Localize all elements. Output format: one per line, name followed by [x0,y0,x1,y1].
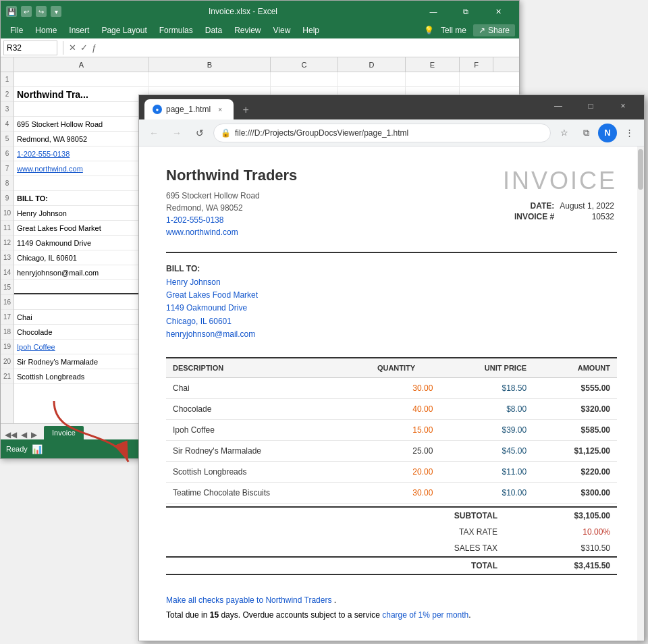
excel-titlebar: 💾 ↩ ↪ ▾ Invoice.xlsx - Excel — ⧉ ✕ [1,1,519,22]
scrollbar-thumb[interactable] [638,149,643,190]
share-button[interactable]: ↗ Share [473,24,515,36]
cell-a6[interactable]: 1-202-555-0138 [14,146,149,161]
save-icon[interactable]: 💾 [6,6,17,17]
insert-function-icon[interactable]: ƒ [92,43,97,53]
tab-nav-prev[interactable]: ◀ [20,430,28,439]
menu-view[interactable]: View [268,24,296,36]
cell-a5[interactable]: Redmond, WA 98052 [14,132,149,146]
menu-help[interactable]: Help [297,24,325,36]
bill-to-city: Chicago, IL 60601 [166,315,617,328]
cell-a3[interactable] [14,102,149,116]
col-header-c[interactable]: C [271,57,338,72]
browser-scrollbar[interactable] [637,146,644,641]
col-header-f[interactable]: F [460,57,493,72]
excel-close-btn[interactable]: ✕ [483,1,514,22]
browser-minimize-btn[interactable]: — [543,97,574,115]
col-header-e[interactable]: E [406,57,460,72]
menu-file[interactable]: File [5,24,28,36]
browser-close-btn[interactable]: × [608,97,639,115]
item-desc-0: Chai [166,377,353,398]
item-amount-5: $300.00 [533,482,617,503]
row-num-header-corner [1,57,14,72]
excel-titlebar-icons: 💾 ↩ ↪ ▾ [6,6,61,17]
row-12: 12 [1,236,14,250]
cell-a17[interactable]: Chai [14,310,149,324]
new-tab-btn[interactable]: + [236,101,255,119]
bill-to-street: 1149 Oakmound Drive [166,302,617,315]
name-box[interactable] [3,41,57,55]
cell-a2[interactable]: Northwind Tra... [14,87,149,101]
cell-a18[interactable]: Chocolade [14,325,149,339]
menu-formulas[interactable]: Formulas [154,24,198,36]
col-header-b[interactable]: B [149,57,271,72]
refresh-btn[interactable]: ↺ [190,124,209,142]
cancel-formula-icon[interactable]: ✕ [69,43,76,53]
excel-minimize-btn[interactable]: — [418,1,449,22]
menu-insert[interactable]: Insert [63,24,94,36]
company-phone[interactable]: 1-202-555-0138 [166,215,223,225]
tab-close-btn[interactable]: × [215,104,225,115]
browser-tab[interactable]: ● page_1.html × [144,99,234,119]
col-header-a[interactable]: A [14,57,149,72]
cell-a11[interactable]: Great Lakes Food Market [14,221,149,235]
item-desc-1: Chocolade [166,398,353,419]
item-amount-2: $585.00 [533,419,617,440]
browser-maximize-btn[interactable]: □ [575,97,606,115]
bookmark-btn[interactable]: ☆ [555,124,574,142]
menu-home[interactable]: Home [30,24,62,36]
redo-icon[interactable]: ↪ [36,6,47,17]
cell-a12[interactable]: 1149 Oakmound Drive [14,236,149,250]
back-btn[interactable]: ← [144,124,163,142]
address-bar[interactable]: 🔒 file:///D:/Projects/GroupDocsViewer/pa… [213,124,551,142]
forward-btn[interactable]: → [167,124,186,142]
cell-a14[interactable]: henryjohnson@mail.com [14,265,149,279]
invoice-meta: DATE: August 1, 2022 INVOICE # 10532 [503,200,617,222]
checks-note-link[interactable]: Make all checks payable to Northwind Tra… [166,595,331,605]
bill-to-name: Henry Johnson [166,276,617,289]
cell-a1[interactable] [14,72,149,86]
confirm-formula-icon[interactable]: ✓ [80,43,88,53]
cell-d1[interactable] [338,72,406,86]
company-website[interactable]: www.northwind.com [166,227,238,237]
menu-review[interactable]: Review [229,24,266,36]
cell-a7[interactable]: www.northwind.com [14,161,149,176]
cell-a13[interactable]: Chicago, IL 60601 [14,250,149,265]
more-icon[interactable]: ▾ [51,6,61,17]
cell-b1[interactable] [149,72,271,86]
excel-restore-btn[interactable]: ⧉ [450,1,481,22]
split-btn[interactable]: ⧉ [576,124,595,142]
bill-to-address: Henry Johnson Great Lakes Food Market 11… [166,276,617,341]
tab-nav-first[interactable]: ◀◀ [3,430,18,439]
cell-c1[interactable] [271,72,338,86]
total-value: $3,415.50 [504,557,617,574]
item-amount-4: $220.00 [533,461,617,482]
cell-a16[interactable] [14,295,149,309]
red-arrow [34,387,142,475]
th-description: DESCRIPTION [166,358,353,378]
cell-e1[interactable] [406,72,460,86]
item-amount-0: $555.00 [533,377,617,398]
undo-icon[interactable]: ↩ [21,6,32,17]
row-13: 13 [1,250,14,265]
invoice-title: INVOICE [503,167,617,195]
cell-a4[interactable]: 695 Stockert Hollow Road [14,117,149,131]
cell-a19[interactable]: Ipoh Coffee [14,340,149,354]
cell-a10[interactable]: Henry Johnson [14,206,149,220]
salestax-spacer [166,540,414,557]
row-6: 6 [1,146,14,161]
item-price-5: $10.00 [439,482,533,503]
cell-a15[interactable] [14,280,149,294]
menu-data[interactable]: Data [200,24,227,36]
charge-link[interactable]: charge of 1% per month [382,610,468,620]
cell-a9[interactable]: BILL TO: [14,191,149,205]
col-header-d[interactable]: D [338,57,406,72]
cell-a21[interactable]: Scottish Longbreads [14,369,149,383]
company-address: 695 Stockert Hollow Road Redmond, WA 980… [166,190,297,238]
user-avatar[interactable]: N [598,124,617,142]
menu-pagelayout[interactable]: Page Layout [96,24,152,36]
tell-me-text[interactable]: Tell me [441,26,466,35]
total-label: TOTAL [414,557,504,574]
cell-a20[interactable]: Sir Rodney's Marmalade [14,354,149,369]
browser-menu-btn[interactable]: ⋮ [620,124,639,142]
formula-bar-input[interactable] [99,41,516,55]
